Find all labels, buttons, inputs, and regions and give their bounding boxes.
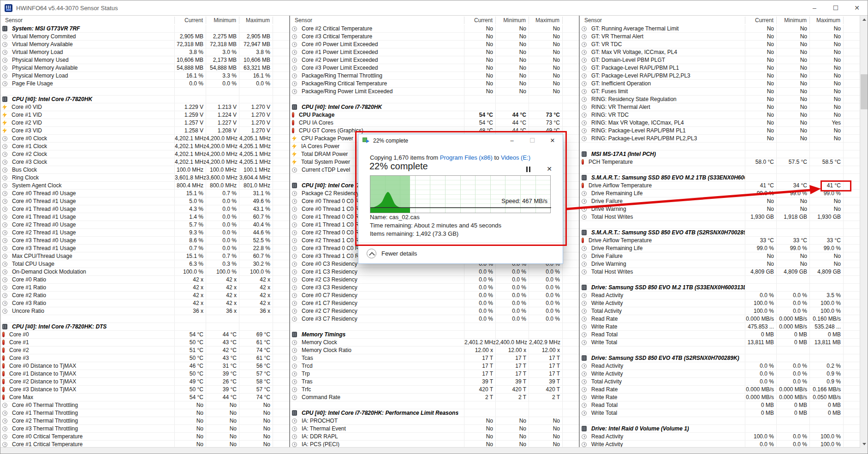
sensor-row[interactable]: Read Rate0.000 MB/s0.000 MB/s0.160 MB/s bbox=[580, 315, 860, 323]
sensor-row[interactable]: Core #1 Ratio42 x42 x42 x bbox=[0, 284, 289, 292]
sensor-row[interactable]: Core #0 Thread #1 Usage5.0 %0.0 %49.6 % bbox=[0, 197, 289, 205]
sensor-row[interactable]: Core #3 Ratio42 x42 x42 x bbox=[0, 299, 289, 307]
sensor-row[interactable]: Core #3 Distance to TjMAX50 °C39 °C57 °C bbox=[0, 386, 289, 394]
sensor-row[interactable]: Core #2 VID1.257 V1.227 V1.270 V bbox=[0, 119, 289, 127]
section-row[interactable]: Drive: Intel Raid 0 Volume (Volume 1) bbox=[580, 425, 860, 433]
sensor-row[interactable]: CPU Package54 °C44 °C73 °C bbox=[290, 111, 579, 119]
sensor-row[interactable]: Write Total0 MB0 MB0 MB bbox=[580, 409, 860, 417]
sensor-row[interactable]: Total Host Writes4,809 GB4,809 GB4,809 G… bbox=[580, 268, 860, 276]
sensor-row[interactable]: Core #3 Thread #1 Usage0.7 %0.0 %22.8 % bbox=[0, 245, 289, 252]
sensor-row[interactable]: Read Activity100.0 %0.0 %100.0 % bbox=[580, 433, 860, 441]
sensor-row[interactable]: Total CPU Usage6.3 %0.3 %30.2 % bbox=[0, 260, 289, 268]
sensor-row[interactable]: CPU IA Cores54 °C44 °C73 °C bbox=[290, 119, 579, 127]
section-row[interactable]: CPU [#0]: Intel Core i7-7820HK bbox=[0, 96, 289, 103]
pause-button[interactable] bbox=[523, 166, 533, 173]
sensor-row[interactable]: Core #0 Critical TemperatureNoNoNo bbox=[0, 433, 289, 441]
section-row[interactable]: S.M.A.R.T.: Samsung SSD 850 EVO M.2 1TB … bbox=[580, 174, 860, 182]
sensor-row[interactable]: Package/Ring Thermal ThrottlingNoNoNo bbox=[290, 72, 579, 80]
sensor-row[interactable]: Write Rate475.853 ...0.000 MB/s535.248 .… bbox=[580, 323, 860, 331]
sensor-row[interactable]: Core #2 C7 Residency0.0 %0.0 %0.0 % bbox=[290, 307, 579, 315]
sensor-row[interactable]: GT: VR Thermal AlertNoNoNo bbox=[580, 33, 860, 41]
sensor-row[interactable]: IA: PROCHOTNoNoNo bbox=[290, 417, 579, 425]
sensor-row[interactable]: Virtual Memory Commited2,905 MB2,275 MB2… bbox=[0, 33, 289, 41]
sensor-row[interactable]: Core #054 °C44 °C69 °C bbox=[0, 331, 289, 339]
sensor-row[interactable]: RING: VR Thermal AlertNoNoNo bbox=[580, 103, 860, 111]
sensor-row[interactable]: Tcas17 T17 T17 T bbox=[290, 354, 579, 362]
sensor-row[interactable]: Core #0 Distance to TjMAX46 °C31 °C56 °C bbox=[0, 362, 289, 370]
column-header-sensor[interactable]: Sensor bbox=[290, 17, 464, 24]
sensor-row[interactable]: Read Activity0.0 %0.0 %3.5 % bbox=[580, 292, 860, 299]
sensor-row[interactable]: Drive Remaining Life99.0 %99.0 %99.0 % bbox=[580, 190, 860, 197]
sensor-row[interactable]: Core #1 Distance to TjMAX50 °C39 °C57 °C bbox=[0, 370, 289, 378]
sensor-row[interactable]: Trfc420 T420 T420 T bbox=[290, 386, 579, 394]
sensor-row[interactable]: Core #150 °C43 °C61 °C bbox=[0, 339, 289, 346]
section-row[interactable]: System: MSI GT73VR 7RF bbox=[0, 25, 289, 33]
sensor-row[interactable]: Core #0 Power Limit ExceededNoNoNo bbox=[290, 41, 579, 48]
sensor-row[interactable]: RING: Package-Level RAPL/PBM PL2,PL3NoNo… bbox=[580, 135, 860, 143]
dialog-close-button[interactable]: ✕ bbox=[542, 134, 563, 147]
scroll-down-button[interactable] bbox=[860, 440, 868, 448]
sensor-row[interactable]: Core #2 Ratio42 x42 x42 x bbox=[0, 292, 289, 299]
sensor-row[interactable]: Core #3 Thermal ThrottlingNoNoNo bbox=[0, 425, 289, 433]
sensor-row[interactable]: Core Max54 °C44 °C74 °C bbox=[0, 394, 289, 401]
sensor-row[interactable]: IA: Thermal EventNoNoNo bbox=[290, 425, 579, 433]
sensor-row[interactable]: Drive Airflow Temperature33 °C33 °C33 °C bbox=[580, 237, 860, 245]
sensor-row[interactable]: Physical Memory Used10,606 MB2,173 MB10,… bbox=[0, 56, 289, 64]
sensor-row[interactable]: Core #2 Thermal ThrottlingNoNoNo bbox=[0, 417, 289, 425]
sensor-row[interactable]: Core #350 °C43 °C61 °C bbox=[0, 354, 289, 362]
sensor-row[interactable]: Uncore Ratio36 x36 x36 x bbox=[0, 307, 289, 315]
cancel-button[interactable]: ✕ bbox=[545, 165, 554, 173]
maximize-button[interactable]: ☐ bbox=[825, 0, 846, 15]
sensor-row[interactable]: Core #3 VID1.258 V1.208 V1.270 V bbox=[0, 127, 289, 135]
close-button[interactable]: ✕ bbox=[846, 0, 868, 15]
source-folder-link[interactable]: Program Files (x86) bbox=[440, 154, 493, 161]
sensor-row[interactable]: RING: Package-Level RAPL/PBM PL1NoNoNo bbox=[580, 127, 860, 135]
sensor-row[interactable]: Core #0 VID1.229 V1.213 V1.270 V bbox=[0, 103, 289, 111]
sensor-row[interactable]: Core #251 °C42 °C74 °C bbox=[0, 346, 289, 354]
vertical-scrollbar[interactable] bbox=[860, 16, 868, 448]
column-header-sensor[interactable]: Sensor bbox=[580, 17, 745, 24]
sensor-row[interactable]: Write Activity100.0 %0.0 %100.0 % bbox=[580, 299, 860, 307]
sensor-row[interactable]: Core #0 Ratio42 x42 x42 x bbox=[0, 276, 289, 284]
sensor-row[interactable]: Core #0 Clock4,202.1 MHz4,200.0 MHz4,205… bbox=[0, 135, 289, 143]
sensor-row[interactable]: Read Activity0.0 %0.0 %0.2 % bbox=[580, 362, 860, 370]
column-header-minimum[interactable]: Minimum bbox=[495, 17, 529, 24]
scroll-up-button[interactable] bbox=[860, 16, 868, 24]
sensor-row[interactable]: Drive WarningNoNoNo bbox=[580, 260, 860, 268]
sensor-row[interactable]: System Agent Clock800.4 MHz800.0 MHz801.… bbox=[0, 182, 289, 190]
sensor-row[interactable]: Ring Clock3,601.8 MHz3,600.0 MHz3,604.4 … bbox=[0, 174, 289, 182]
sensor-row[interactable]: Drive Remaining Life99.0 %99.0 %99.0 % bbox=[580, 245, 860, 252]
fewer-details-button[interactable]: Fewer details bbox=[381, 250, 417, 257]
sensor-row[interactable]: Trp17 T17 T17 T bbox=[290, 370, 579, 378]
sensor-row[interactable]: RING: Residency State RegulationNoNoNo bbox=[580, 96, 860, 103]
sensor-row[interactable]: Drive FailureNoNoNo bbox=[580, 252, 860, 260]
column-header-current[interactable]: Current bbox=[174, 17, 206, 24]
chevron-up-icon[interactable] bbox=[367, 249, 376, 258]
sensor-row[interactable]: GT: Package-Level RAPL/PBM PL1NoNoNo bbox=[580, 64, 860, 72]
sensor-row[interactable]: Write Total13,811 MB0 MB13,811 MB bbox=[580, 339, 860, 346]
sensor-row[interactable]: Virtual Memory Load3.8 %3.0 %3.8 % bbox=[0, 48, 289, 56]
column-header-minimum[interactable]: Minimum bbox=[776, 17, 809, 24]
column-header-maximum[interactable]: Maximum bbox=[529, 17, 562, 24]
sensor-row[interactable]: Core #0 Thread #0 Usage15.1 %0.7 %31.1 % bbox=[0, 190, 289, 197]
sensor-row[interactable]: Read Total0 MB0 MB0 MB bbox=[580, 331, 860, 339]
section-row[interactable]: MSI MS-17A1 (Intel PCH) bbox=[580, 150, 860, 158]
dialog-minimize-button[interactable]: – bbox=[502, 134, 522, 147]
sensor-row[interactable]: Core #3 Clock4,202.1 MHz4,200.0 MHz4,205… bbox=[0, 158, 289, 166]
sensor-row[interactable]: Package/Ring Power Limit ExceededNoNoNo bbox=[290, 88, 579, 96]
destination-folder-link[interactable]: Videos (E:) bbox=[501, 154, 530, 161]
sensor-row[interactable]: Core #1 Thread #0 Usage4.3 %0.0 %43.1 % bbox=[0, 205, 289, 213]
sensor-row[interactable]: Drive FailureNoNoNo bbox=[580, 197, 860, 205]
sensor-row[interactable]: Core #3 C3 Residency0.0 %0.0 %0.0 % bbox=[290, 284, 579, 292]
sensor-row[interactable]: GT: Running Average Thermal LimitNoNoNo bbox=[580, 25, 860, 33]
sensor-row[interactable]: Virtual Memory Available72,318 MB72,318 … bbox=[0, 41, 289, 48]
sensor-row[interactable]: Page File Usage0.0 %0.0 %0.0 % bbox=[0, 80, 289, 88]
sensor-row[interactable]: GT: Fuses limitNoNoNo bbox=[580, 88, 860, 96]
sensor-row[interactable]: Trcd17 T17 T17 T bbox=[290, 362, 579, 370]
sensor-row[interactable]: Core #0 Thermal ThrottlingNoNoNo bbox=[0, 401, 289, 409]
sensor-row[interactable]: Physical Memory Available54,888 MB54,888… bbox=[0, 64, 289, 72]
sensor-row[interactable]: Core #1 Power Limit ExceededNoNoNo bbox=[290, 48, 579, 56]
sensor-row[interactable]: Core #3 Power Limit ExceededNoNoNo bbox=[290, 64, 579, 72]
sensor-row[interactable]: GT: Domain-Level PBM PLGTNoNoNo bbox=[580, 56, 860, 64]
sensor-row[interactable]: Max CPU/Thread Usage15.1 %0.7 %60.7 % bbox=[0, 252, 289, 260]
